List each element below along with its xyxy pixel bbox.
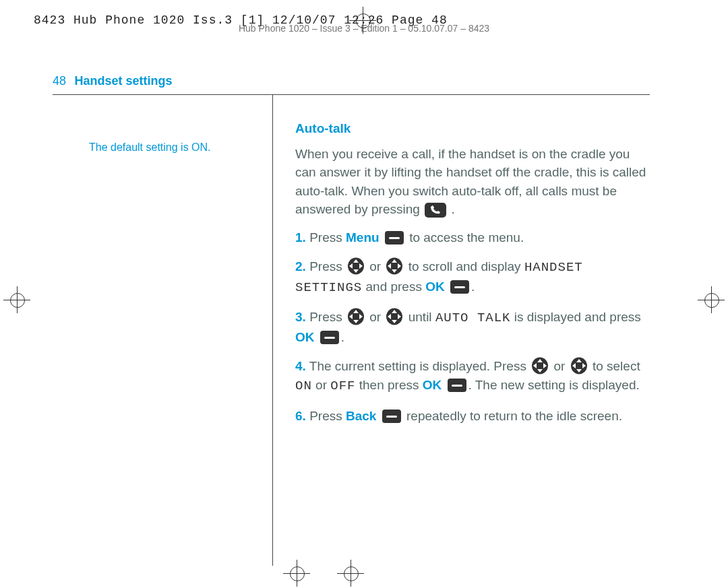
page: 8423 Hub Phone 1020 Iss.3 [1] 12/10/07 1…	[0, 0, 728, 588]
crop-mark-top	[349, 7, 376, 34]
running-header: 48 Handset settings	[53, 74, 173, 88]
nav-key-icon	[531, 357, 549, 374]
step-6: 6. Press Back repeatedly to return to th…	[295, 407, 653, 426]
nav-key-icon	[386, 308, 403, 325]
step-3: 3. Press or until AUTO TALK is displayed…	[295, 308, 653, 346]
softkey-icon	[320, 331, 339, 344]
svg-rect-2	[389, 237, 400, 239]
section-title: Handset settings	[74, 74, 172, 88]
step-1: 1. Press Menu to access the menu.	[295, 228, 653, 247]
softkey-icon	[382, 410, 401, 423]
svg-rect-0	[425, 203, 446, 218]
svg-rect-38	[452, 385, 462, 387]
steps-list: 1. Press Menu to access the menu. 2. Pre…	[295, 228, 653, 425]
page-number: 48	[53, 74, 66, 88]
softkey-icon	[448, 379, 466, 392]
horizontal-rule	[53, 94, 650, 95]
nav-key-icon	[386, 257, 403, 275]
intro-paragraph: When you receive a call, if the handset …	[295, 145, 653, 219]
svg-rect-40	[386, 416, 397, 418]
step-4: 4. The current setting is displayed. Pre…	[295, 357, 653, 395]
call-key-icon	[425, 203, 446, 218]
body-column: Auto-talk When you receive a call, if th…	[295, 119, 653, 436]
softkey-icon	[385, 231, 404, 244]
crop-mark-bottom-b	[337, 560, 364, 587]
nav-key-icon	[347, 308, 365, 325]
svg-rect-14	[454, 286, 465, 288]
step-2: 2. Press or to scroll and display HANDSE…	[295, 257, 653, 297]
subsection-heading: Auto-talk	[295, 119, 653, 138]
nav-key-icon	[347, 257, 365, 275]
crop-mark-bottom-a	[283, 560, 310, 587]
softkey-icon	[450, 280, 469, 294]
margin-note: The default setting is ON.	[89, 141, 257, 154]
nav-key-icon	[570, 357, 588, 374]
crop-mark-right	[698, 286, 725, 313]
svg-rect-26	[324, 337, 335, 339]
vertical-rule	[272, 94, 273, 566]
crop-mark-left	[3, 286, 30, 313]
